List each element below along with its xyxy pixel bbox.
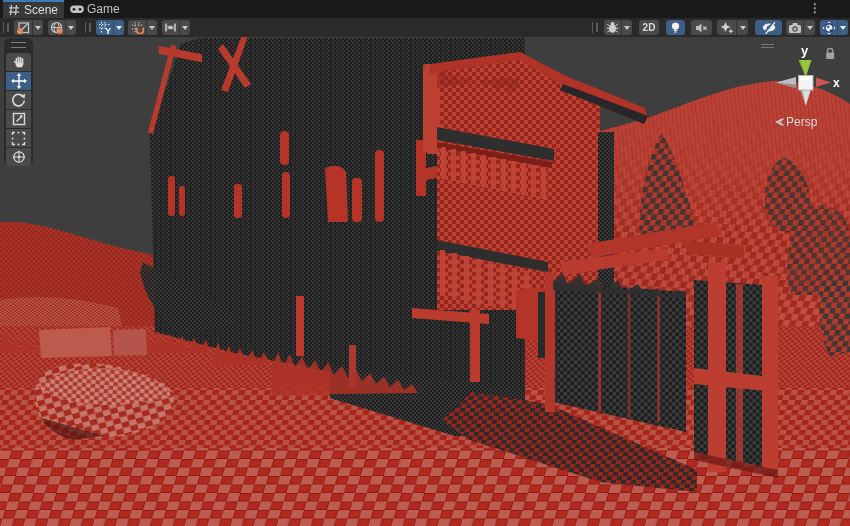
svg-text:Persp: Persp	[786, 115, 818, 129]
svg-text:Y: Y	[105, 26, 111, 34]
svg-text:y: y	[801, 43, 809, 58]
svg-text:x: x	[833, 76, 840, 90]
